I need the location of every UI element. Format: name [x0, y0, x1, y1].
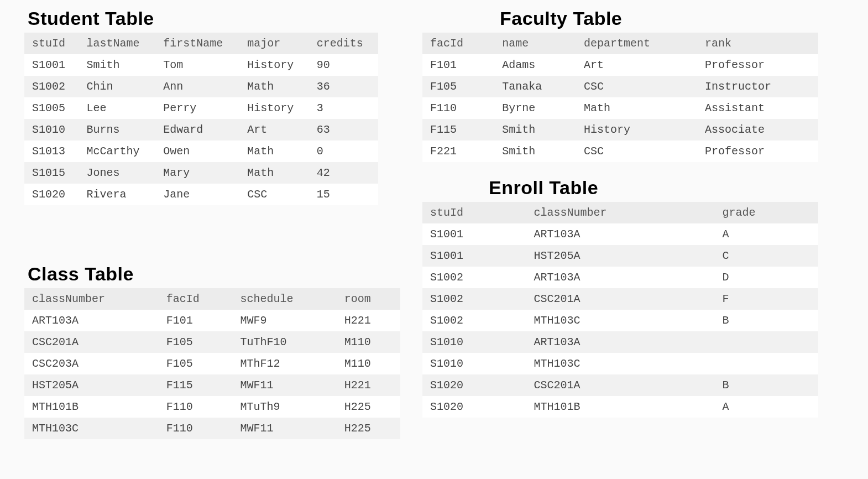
table-cell: 42	[309, 162, 378, 184]
table-cell: Byrne	[494, 97, 576, 119]
table-cell: Lee	[79, 97, 155, 119]
table-cell: F105	[159, 353, 233, 374]
table-row: S1020CSC201AB	[422, 374, 818, 396]
class-table: classNumber facId schedule room ART103AF…	[24, 288, 400, 439]
table-cell: F101	[159, 310, 233, 331]
table-cell: Jones	[79, 162, 155, 184]
table-header-row: stuId lastName firstName major credits	[24, 33, 378, 54]
table-row: S1020RiveraJaneCSC15	[24, 184, 378, 205]
faculty-table-block: Faculty Table facId name department rank…	[422, 8, 818, 162]
table-cell: H225	[337, 396, 400, 418]
table-cell: Smith	[494, 119, 576, 140]
table-cell: M110	[337, 353, 400, 374]
table-cell: S1001	[24, 54, 79, 76]
column-header: lastName	[79, 33, 155, 54]
table-row: S1001ART103AA	[422, 223, 818, 245]
table-row: S1010MTH103C	[422, 353, 818, 374]
table-cell: Burns	[79, 119, 155, 140]
table-cell: H221	[337, 374, 400, 396]
faculty-table-title: Faculty Table	[422, 8, 818, 29]
table-cell: Smith	[494, 140, 576, 162]
table-row: S1010ART103A	[422, 331, 818, 353]
table-cell: S1002	[422, 267, 526, 288]
table-cell: S1001	[422, 245, 526, 267]
class-table-body: ART103AF101MWF9H221CSC201AF105TuThF10M11…	[24, 310, 400, 439]
table-cell: Tanaka	[494, 76, 576, 97]
table-cell: S1020	[422, 374, 526, 396]
table-cell: A	[714, 223, 818, 245]
table-row: S1020MTH101BA	[422, 396, 818, 418]
student-table-body: S1001SmithTomHistory90S1002ChinAnnMath36…	[24, 54, 378, 205]
table-row: F110ByrneMathAssistant	[422, 97, 818, 119]
student-table-block: Student Table stuId lastName firstName m…	[24, 8, 378, 205]
table-cell: ART103A	[526, 267, 715, 288]
table-cell: HST205A	[526, 245, 715, 267]
table-cell: F110	[159, 396, 233, 418]
table-cell: MTH103C	[24, 418, 159, 439]
column-header: department	[576, 33, 697, 54]
column-header: major	[239, 33, 308, 54]
table-cell: Jane	[155, 184, 239, 205]
table-cell: H221	[337, 310, 400, 331]
table-cell: MTH101B	[24, 396, 159, 418]
table-row: S1001SmithTomHistory90	[24, 54, 378, 76]
table-cell: M110	[337, 331, 400, 353]
table-row: S1002ChinAnnMath36	[24, 76, 378, 97]
table-cell: CSC	[576, 76, 697, 97]
table-cell: MWF11	[232, 418, 336, 439]
table-cell: F105	[422, 76, 494, 97]
table-cell: B	[714, 310, 818, 331]
table-row: CSC203AF105MThF12M110	[24, 353, 400, 374]
table-cell: Rivera	[79, 184, 155, 205]
table-row: F101AdamsArtProfessor	[422, 54, 818, 76]
table-row: S1015JonesMaryMath42	[24, 162, 378, 184]
table-cell: CSC201A	[526, 288, 715, 310]
table-row: S1005LeePerryHistory 3	[24, 97, 378, 119]
table-header-row: classNumber facId schedule room	[24, 288, 400, 310]
enroll-table-title: Enroll Table	[422, 177, 818, 199]
table-cell: McCarthy	[79, 140, 155, 162]
table-cell: 3	[309, 97, 378, 119]
table-cell: MWF9	[232, 310, 336, 331]
table-row: MTH101BF110MTuTh9H225	[24, 396, 400, 418]
table-row: S1002MTH103CB	[422, 310, 818, 331]
table-cell: Ann	[155, 76, 239, 97]
table-row: F105TanakaCSCInstructor	[422, 76, 818, 97]
table-cell: Smith	[79, 54, 155, 76]
table-cell: MWF11	[232, 374, 336, 396]
table-cell: HST205A	[24, 374, 159, 396]
table-cell: 90	[309, 54, 378, 76]
table-cell: MTH103C	[526, 310, 715, 331]
table-cell: ART103A	[526, 331, 715, 353]
table-cell: Professor	[697, 54, 818, 76]
table-cell: 15	[309, 184, 378, 205]
table-cell: S1001	[422, 223, 526, 245]
table-cell: S1013	[24, 140, 79, 162]
column-header: credits	[309, 33, 378, 54]
table-cell: MTH101B	[526, 396, 715, 418]
enroll-table-block: Enroll Table stuId classNumber grade S10…	[422, 177, 818, 418]
table-cell	[714, 353, 818, 374]
table-cell: History	[576, 119, 697, 140]
enroll-table-body: S1001ART103AAS1001HST205ACS1002ART103ADS…	[422, 223, 818, 418]
table-cell: Math	[239, 76, 308, 97]
enroll-table: stuId classNumber grade S1001ART103AAS10…	[422, 202, 818, 418]
table-row: CSC201AF105TuThF10M110	[24, 331, 400, 353]
table-cell: S1002	[422, 310, 526, 331]
table-row: ART103AF101MWF9H221	[24, 310, 400, 331]
table-cell: CSC201A	[24, 331, 159, 353]
table-cell: B	[714, 374, 818, 396]
table-cell: CSC	[576, 140, 697, 162]
table-row: F115SmithHistoryAssociate	[422, 119, 818, 140]
table-cell: 63	[309, 119, 378, 140]
table-cell: Math	[239, 162, 308, 184]
table-cell: S1010	[422, 331, 526, 353]
table-cell: Associate	[697, 119, 818, 140]
table-row: MTH103CF110MWF11H225	[24, 418, 400, 439]
table-row: F221SmithCSCProfessor	[422, 140, 818, 162]
table-cell	[714, 331, 818, 353]
table-cell: CSC203A	[24, 353, 159, 374]
column-header: firstName	[155, 33, 239, 54]
column-header: stuId	[24, 33, 79, 54]
table-row: S1002CSC201AF	[422, 288, 818, 310]
